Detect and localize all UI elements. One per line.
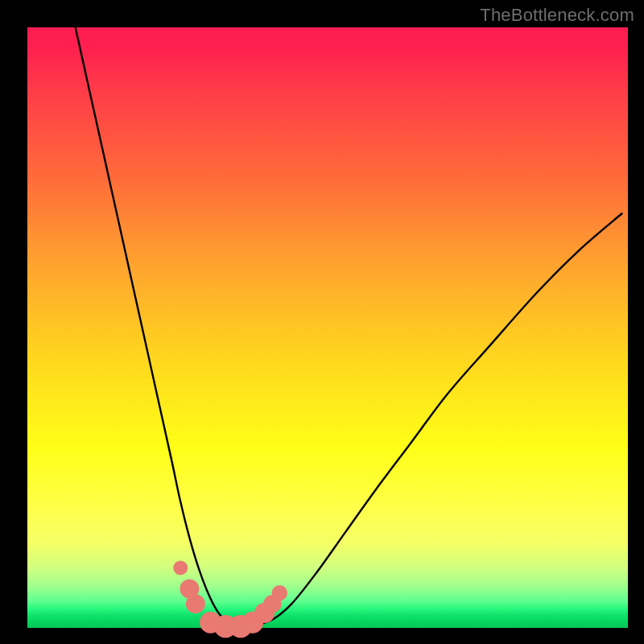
chart-frame: TheBottleneck.com	[0, 0, 644, 644]
curve-markers	[173, 560, 287, 638]
curve-marker	[186, 594, 205, 613]
bottleneck-curve-svg	[27, 27, 628, 628]
watermark-text: TheBottleneck.com	[480, 5, 634, 26]
curve-marker	[272, 585, 287, 601]
curve-marker	[173, 560, 188, 575]
bottleneck-curve	[76, 27, 622, 627]
